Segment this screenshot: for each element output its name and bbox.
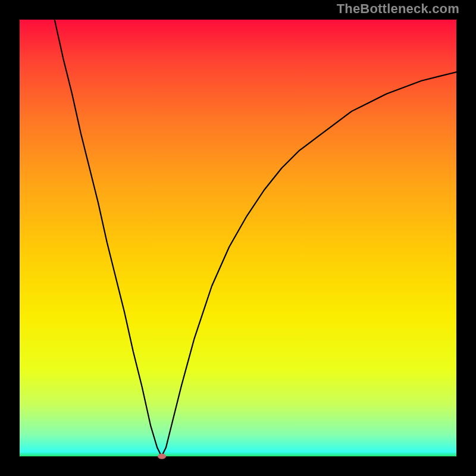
- minimum-marker: [158, 454, 166, 459]
- bottleneck-curve: [20, 20, 456, 456]
- watermark-text: TheBottleneck.com: [337, 1, 459, 17]
- plot-area: [20, 20, 456, 456]
- chart-frame: TheBottleneck.com: [0, 0, 476, 476]
